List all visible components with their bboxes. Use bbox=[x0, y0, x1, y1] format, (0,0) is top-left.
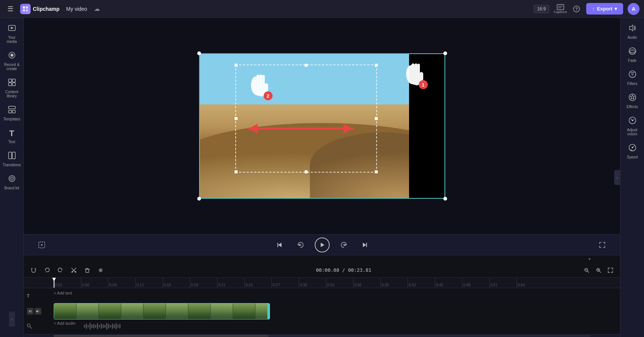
delete-button[interactable] bbox=[82, 265, 92, 275]
sel-handle-top-left[interactable] bbox=[235, 64, 238, 67]
sidebar-expand-button[interactable]: › bbox=[9, 312, 15, 327]
hamburger-button[interactable]: ☰ bbox=[4, 3, 16, 15]
logo-area[interactable]: Clipchamp bbox=[20, 4, 60, 14]
sel-handle-top-right[interactable] bbox=[375, 64, 378, 67]
right-sidebar-item-adjust-colors[interactable]: Adjust colors bbox=[622, 113, 643, 139]
sel-handle-bottom-left[interactable] bbox=[235, 170, 238, 173]
sel-handle-top-mid[interactable] bbox=[305, 64, 308, 67]
resize-handle-bottom-left[interactable] bbox=[197, 197, 201, 201]
cloud-sync-icon: ☁ bbox=[94, 5, 100, 12]
redo-button[interactable] bbox=[55, 265, 66, 275]
export-button[interactable]: ↑ Export ▾ bbox=[586, 3, 623, 15]
project-name[interactable]: My video bbox=[63, 4, 90, 13]
brand-kit-label: Brand kit bbox=[4, 186, 19, 190]
user-avatar[interactable]: A bbox=[628, 3, 640, 15]
resize-handle-top-right[interactable] bbox=[443, 51, 447, 55]
sel-handle-bottom-mid[interactable] bbox=[305, 170, 308, 173]
magnet-snap-button[interactable] bbox=[28, 265, 39, 275]
forward-5s-button[interactable]: 5 bbox=[337, 238, 351, 252]
skip-to-start-button[interactable] bbox=[273, 238, 286, 252]
video-track-volume-icon[interactable] bbox=[35, 308, 41, 315]
svg-marker-10 bbox=[11, 27, 14, 29]
video-track-content[interactable] bbox=[54, 303, 617, 319]
ruler-tick-12: 0:39 bbox=[380, 278, 408, 288]
app-name: Clipchamp bbox=[33, 6, 60, 12]
right-sidebar-item-effects[interactable]: Effects bbox=[622, 90, 643, 112]
sidebar-item-your-media[interactable]: Your media bbox=[1, 21, 22, 47]
ruler-tick-7: 0:24 bbox=[244, 278, 271, 288]
svg-rect-16 bbox=[12, 83, 15, 86]
playback-controls: 5 5 bbox=[24, 234, 620, 255]
topbar-right: 16:9 Captions ? ↑ Export ▾ A bbox=[534, 3, 640, 15]
sidebar-item-content-library[interactable]: Content library bbox=[1, 75, 22, 101]
sel-handle-mid-right[interactable] bbox=[375, 117, 378, 120]
ruler-marks: 0:03 0:06 0:09 0:12 0:15 0:18 0:21 0:24 … bbox=[54, 278, 590, 288]
transitions-label: Transitions bbox=[3, 163, 21, 167]
templates-icon bbox=[8, 105, 16, 116]
timeline-collapse-row: ▾ bbox=[24, 255, 620, 263]
crop-selection-box[interactable] bbox=[235, 64, 377, 173]
sel-handle-bottom-right[interactable] bbox=[375, 170, 378, 173]
audio-right-icon bbox=[628, 24, 637, 34]
right-sidebar-item-filters[interactable]: Filters bbox=[622, 67, 643, 89]
play-pause-button[interactable] bbox=[315, 237, 330, 252]
sidebar-item-transitions[interactable]: Transitions bbox=[1, 148, 22, 170]
rewind-5s-button[interactable]: 5 bbox=[294, 238, 307, 252]
scrollbar-thumb[interactable] bbox=[54, 335, 268, 337]
adjust-colors-label: Adjust colors bbox=[623, 128, 641, 136]
svg-rect-0 bbox=[23, 6, 25, 9]
ruler-tick-6: 0:21 bbox=[217, 278, 244, 288]
clip-thumb-4 bbox=[121, 303, 144, 319]
export-label: Export bbox=[597, 6, 612, 12]
captions-label: Captions bbox=[554, 10, 567, 14]
right-sidebar: Audio Fade Filters bbox=[620, 18, 644, 337]
skip-to-end-button[interactable] bbox=[358, 238, 371, 252]
clip-thumb-8 bbox=[211, 303, 233, 319]
ruler-tick-3: 0:12 bbox=[135, 278, 163, 288]
your-media-icon bbox=[8, 24, 16, 34]
svg-rect-2 bbox=[23, 9, 25, 12]
video-track-controls bbox=[27, 308, 41, 315]
captions-button[interactable]: Captions bbox=[554, 4, 567, 14]
expand-timeline-button[interactable] bbox=[605, 265, 616, 275]
sidebar-item-text[interactable]: T Text bbox=[1, 126, 22, 147]
sel-handle-mid-left[interactable] bbox=[235, 117, 238, 120]
video-track-pause-icon[interactable] bbox=[27, 308, 34, 315]
timeline-collapse-button[interactable]: ▾ bbox=[585, 255, 594, 263]
undo-button[interactable] bbox=[42, 265, 52, 275]
cut-button[interactable] bbox=[69, 265, 79, 275]
record-to-timeline-button[interactable] bbox=[95, 265, 106, 275]
svg-line-50 bbox=[587, 271, 589, 273]
clip-thumb-5 bbox=[144, 303, 166, 319]
svg-rect-32 bbox=[277, 243, 278, 247]
right-sidebar-item-audio[interactable]: Audio bbox=[622, 21, 643, 42]
clip-end-handle[interactable] bbox=[267, 303, 270, 319]
zoom-in-button[interactable] bbox=[593, 265, 604, 275]
svg-text:5: 5 bbox=[343, 244, 345, 246]
crop-toolbar: Done ✓ ↺ bbox=[305, 53, 339, 54]
help-button[interactable]: ? bbox=[571, 4, 582, 14]
right-sidebar-collapse-button[interactable]: ‹ bbox=[614, 170, 620, 185]
add-text-button[interactable]: + Add text bbox=[54, 291, 617, 295]
aspect-ratio-button[interactable]: 16:9 bbox=[534, 5, 549, 13]
right-sidebar-item-speed[interactable]: Speed bbox=[622, 141, 643, 162]
fullscreen-button[interactable] bbox=[596, 239, 608, 251]
audio-track-label bbox=[27, 324, 54, 329]
video-track-label bbox=[27, 308, 54, 315]
ruler-tick-10: 0:33 bbox=[326, 278, 353, 288]
fade-label: Fade bbox=[628, 59, 637, 63]
svg-rect-18 bbox=[9, 110, 12, 113]
timeline-ruler: 0:03 0:06 0:09 0:12 0:15 0:18 0:21 0:24 … bbox=[24, 278, 620, 288]
sidebar-item-record-create[interactable]: Record & create bbox=[1, 48, 22, 74]
sidebar-item-templates[interactable]: Templates bbox=[1, 103, 22, 124]
resize-handle-top-left[interactable] bbox=[197, 51, 201, 55]
sidebar-item-brand-kit[interactable]: Brand kit bbox=[1, 171, 22, 193]
video-clip[interactable] bbox=[54, 303, 270, 319]
main-area: Your media Record & create Content lib bbox=[0, 18, 644, 337]
crop-mode-button[interactable] bbox=[36, 239, 48, 251]
zoom-out-button[interactable] bbox=[581, 265, 592, 275]
right-sidebar-item-fade[interactable]: Fade bbox=[622, 44, 643, 66]
resize-handle-bottom-right[interactable] bbox=[443, 197, 447, 201]
timeline-scrollbar[interactable] bbox=[24, 334, 620, 337]
svg-marker-43 bbox=[61, 269, 63, 270]
